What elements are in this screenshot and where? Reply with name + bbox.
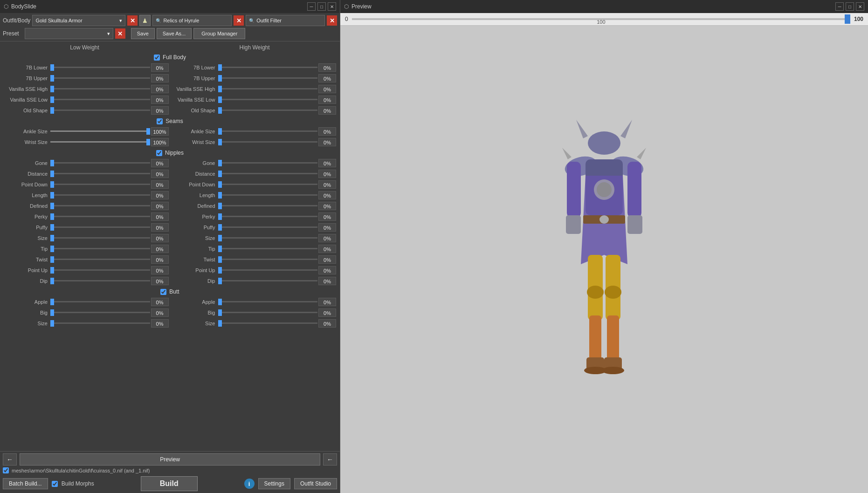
distance-high-slider[interactable] — [218, 171, 318, 177]
close-button[interactable]: ✕ — [328, 2, 336, 11]
full-body-sliders: 7B Lower 0% 7B Lower 0% 7B Upper 0% 7B U… — [0, 62, 340, 116]
search2-clear-button[interactable]: ✕ — [327, 15, 337, 26]
big-high-slider[interactable] — [218, 309, 318, 316]
info-icon-button[interactable]: i — [244, 479, 255, 489]
minimize-button[interactable]: ─ — [307, 2, 316, 11]
old-shape-high-slider[interactable] — [218, 107, 318, 114]
preview-app-icon: ⬡ — [344, 3, 349, 10]
gone-high-slider[interactable] — [218, 160, 318, 166]
app-title: BodySlide — [11, 3, 36, 10]
preview-maximize-button[interactable]: □ — [846, 2, 854, 11]
twist-high-slider[interactable] — [218, 256, 318, 263]
preview-close-button[interactable]: ✕ — [856, 2, 864, 11]
length-low-slider[interactable] — [50, 192, 150, 199]
weight-header: Low Weight High Weight — [0, 41, 340, 52]
preset-clear-button[interactable]: ✕ — [115, 28, 125, 39]
size-nipples-low-slider[interactable] — [50, 235, 150, 241]
group-manager-button[interactable]: Group Manager — [193, 28, 245, 39]
outfit-combo[interactable]: Gold Skulltula Armor ▾ — [32, 15, 125, 26]
tip-high-slider[interactable] — [218, 246, 318, 252]
outfit-icon-button[interactable]: ♟ — [139, 15, 151, 26]
perky-low-slider[interactable] — [50, 213, 150, 220]
slider-row-ankle-size: Ankle Size 100% Ankle Size 0% — [3, 126, 337, 137]
7b-upper-low-slider[interactable] — [50, 75, 150, 82]
big-low-slider[interactable] — [50, 309, 150, 316]
save-button[interactable]: Save — [131, 28, 155, 39]
apple-high-slider[interactable] — [218, 299, 318, 305]
puffy-high-slider[interactable] — [218, 224, 318, 231]
7b-upper-high-slider[interactable] — [218, 75, 318, 82]
settings-button[interactable]: Settings — [258, 478, 290, 489]
slider-row-old-shape: Old Shape 0% Old Shape 0% — [3, 105, 337, 116]
svg-point-12 — [587, 286, 604, 299]
ankle-size-high-slider[interactable] — [218, 128, 318, 135]
vanilla-sse-high-low-label: Vanilla SSE High — [3, 86, 49, 92]
ankle-size-low-slider[interactable] — [50, 128, 150, 135]
search1-clear-button[interactable]: ✕ — [234, 15, 244, 26]
point-down-low-slider[interactable] — [50, 181, 150, 188]
size-butt-low-slider[interactable] — [50, 320, 150, 327]
outfit-studio-button[interactable]: Outfit Studio — [294, 478, 337, 489]
wrist-size-high-slider[interactable] — [218, 139, 318, 145]
apple-low-slider[interactable] — [50, 299, 150, 305]
high-weight-reset-button[interactable]: ← — [323, 453, 337, 466]
save-as-button[interactable]: Save As... — [157, 28, 192, 39]
ankle-size-high-value: 0% — [318, 127, 336, 136]
nipples-checkbox[interactable] — [156, 150, 162, 156]
vanilla-sse-high-high-slider[interactable] — [218, 86, 318, 92]
7b-lower-low-slider[interactable] — [50, 64, 150, 71]
slider-row-wrist-size: Wrist Size 100% Wrist Size 0% — [3, 137, 337, 147]
outfit-clear-button[interactable]: ✕ — [127, 15, 138, 26]
batch-build-button[interactable]: Batch Build... — [3, 478, 48, 489]
perky-high-slider[interactable] — [218, 213, 318, 220]
build-button[interactable]: Build — [141, 476, 198, 491]
preview-title-bar: ⬡ Preview ─ □ ✕ — [340, 0, 868, 13]
defined-high-slider[interactable] — [218, 203, 318, 209]
filepath-checkbox[interactable] — [3, 467, 9, 473]
butt-checkbox[interactable] — [160, 289, 166, 295]
vanilla-sse-low-high-label: Vanilla SSE Low — [171, 97, 217, 103]
low-weight-reset-button[interactable]: ← — [3, 453, 17, 466]
app-icon: ⬡ — [4, 3, 8, 10]
preset-combo[interactable]: ▾ — [25, 28, 113, 39]
build-morphs-checkbox[interactable] — [52, 481, 58, 487]
slider-row-length: Length 0% Length 0% — [3, 190, 337, 200]
search-box-1[interactable]: 🔍 Relics of Hyrule — [152, 15, 232, 26]
slider-row-twist: Twist 0% Twist 0% — [3, 254, 337, 265]
dip-high-slider[interactable] — [218, 278, 318, 284]
twist-low-slider[interactable] — [50, 256, 150, 263]
length-high-slider[interactable] — [218, 192, 318, 199]
point-up-low-slider[interactable] — [50, 267, 150, 274]
7b-lower-high-slider[interactable] — [218, 64, 318, 71]
point-up-high-slider[interactable] — [218, 267, 318, 274]
preview-viewport[interactable] — [340, 26, 868, 493]
vanilla-sse-low-high-slider[interactable] — [218, 96, 318, 103]
full-body-checkbox[interactable] — [154, 55, 160, 61]
puffy-low-slider[interactable] — [50, 224, 150, 231]
preview-slider-thumb[interactable] — [845, 14, 850, 24]
size-nipples-high-slider[interactable] — [218, 235, 318, 241]
preview-minimize-button[interactable]: ─ — [835, 2, 844, 11]
search-box-2[interactable]: 🔍 Outfit Filter — [246, 15, 325, 26]
preview-title: Preview — [351, 3, 372, 10]
point-down-high-slider[interactable] — [218, 181, 318, 188]
maximize-button[interactable]: □ — [317, 2, 326, 11]
wrist-size-low-slider[interactable] — [50, 139, 150, 145]
defined-low-slider[interactable] — [50, 203, 150, 209]
old-shape-low-slider[interactable] — [50, 107, 150, 114]
outfit-label: Outfit/Body — [3, 17, 30, 24]
7b-upper-high-label: 7B Upper — [171, 75, 217, 81]
tip-low-slider[interactable] — [50, 246, 150, 252]
size-butt-high-slider[interactable] — [218, 320, 318, 327]
slider-row-size-butt: Size 0% Size 0% — [3, 318, 337, 329]
vanilla-sse-high-low-slider[interactable] — [50, 86, 150, 92]
distance-low-slider[interactable] — [50, 171, 150, 177]
preview-button[interactable]: Preview — [20, 453, 320, 466]
dip-low-slider[interactable] — [50, 278, 150, 284]
vanilla-sse-low-low-slider[interactable] — [50, 96, 150, 103]
ankle-size-low-label: Ankle Size — [3, 129, 49, 134]
gone-low-slider[interactable] — [50, 160, 150, 166]
7b-lower-low-label: 7B Lower — [3, 65, 49, 70]
preview-weight-slider-container: 100 — [352, 18, 850, 20]
seams-checkbox[interactable] — [157, 118, 163, 124]
